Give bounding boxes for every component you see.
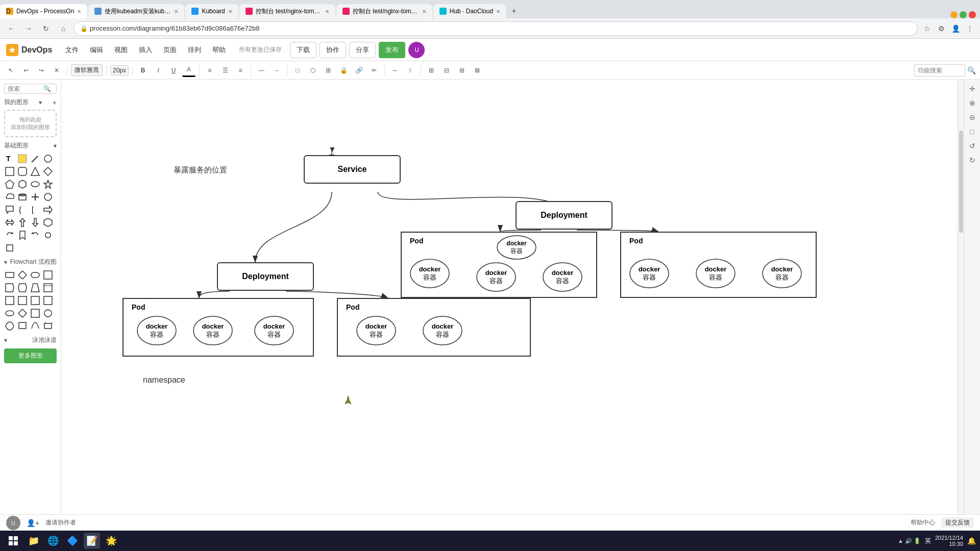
service-box[interactable]: Service (304, 155, 401, 184)
docker3[interactable]: docker容器 (251, 314, 297, 349)
url-bar[interactable]: 🔒 processon.com/diagraming/61b83eb67d9c0… (74, 21, 918, 36)
invite-label[interactable]: 邀请协作者 (45, 518, 76, 527)
pod2-container[interactable]: Pod docker容器 docker容器 (337, 298, 531, 357)
menu-page[interactable]: 页面 (158, 43, 182, 57)
drag-area[interactable]: 拖到此处 添加到我的图形 (4, 110, 57, 137)
reload-shape[interactable] (4, 230, 15, 241)
line-v-btn[interactable]: ─ (404, 64, 417, 77)
sidebar-search-icon[interactable]: 🔍 (43, 85, 51, 92)
lock-btn[interactable]: 🔒 (337, 64, 350, 77)
grid-btn[interactable]: ⊞ (425, 64, 438, 77)
scrollbar-thumb-v[interactable] (959, 131, 963, 233)
shape-search-input[interactable] (8, 85, 43, 92)
fc-misc15[interactable] (17, 320, 28, 332)
docker12[interactable]: docker容器 (759, 257, 805, 292)
italic-btn[interactable]: I (152, 64, 165, 77)
rect-shape[interactable] (4, 166, 15, 177)
bold-btn[interactable]: B (136, 64, 150, 77)
right-tool-2[interactable]: ⊕ (966, 97, 978, 109)
pod1-container[interactable]: Pod docker容器 docker容器 docker容器 (122, 298, 314, 357)
close-btn[interactable] (969, 11, 976, 18)
tab-close-ctrl1[interactable]: ✕ (325, 9, 329, 14)
start-button[interactable] (4, 532, 22, 550)
tab-kuboard[interactable]: Kuboard ✕ (185, 4, 238, 18)
right-tool-6[interactable]: ↻ (966, 154, 978, 166)
right-tool-4[interactable]: □ (966, 126, 978, 138)
underline-btn[interactable]: U (167, 64, 180, 77)
flow-btn[interactable]: ⊞ (455, 64, 469, 77)
menu-help[interactable]: 帮助 (207, 43, 231, 57)
fc-misc9[interactable] (42, 295, 54, 306)
docker4[interactable]: docker容器 (353, 314, 399, 349)
docker5[interactable]: docker容器 (420, 314, 465, 349)
fc-misc5[interactable] (42, 282, 54, 293)
notification-icon[interactable]: 🔔 (967, 537, 976, 545)
line-h-btn[interactable]: ─ (388, 64, 402, 77)
square-shape[interactable] (4, 242, 15, 254)
menu-insert[interactable]: 插入 (134, 43, 157, 57)
circle-shape[interactable] (42, 153, 54, 164)
pentagon-shape[interactable] (4, 179, 15, 190)
undo-shape[interactable] (30, 230, 41, 241)
fc-rounded[interactable] (30, 269, 41, 281)
taskbar-app1[interactable]: 🔷 (64, 533, 81, 549)
feedback-btn[interactable]: 提交反馈 (941, 517, 974, 528)
collab-btn[interactable]: 协作 (320, 42, 346, 58)
fc-misc14[interactable] (4, 320, 15, 332)
search-icon[interactable]: 🔍 (967, 66, 976, 74)
double-arrow-shape[interactable] (4, 217, 15, 228)
fc-misc8[interactable] (30, 295, 41, 306)
align-right-btn[interactable]: ≡ (234, 64, 247, 77)
menu-arrange[interactable]: 排列 (183, 43, 206, 57)
fc-misc2[interactable] (4, 282, 15, 293)
align-center-btn[interactable]: ☰ (218, 64, 232, 77)
maximize-btn[interactable] (960, 11, 967, 18)
font-color-btn[interactable]: A (182, 64, 195, 77)
align-left-btn[interactable]: ≡ (203, 64, 216, 77)
down-arrow-shape[interactable] (30, 217, 41, 228)
pencil-shape[interactable] (30, 153, 41, 164)
my-shapes-header[interactable]: 我的图形 ▾ + (4, 98, 57, 107)
download-btn[interactable]: 下载 (290, 42, 316, 58)
fc-misc[interactable] (42, 269, 54, 281)
cylinder-shape[interactable] (17, 191, 28, 203)
new-tab-button[interactable]: + (507, 4, 520, 18)
minimize-btn[interactable] (950, 11, 958, 18)
profile-icon[interactable]: 👤 (949, 22, 962, 35)
cloud-shape[interactable] (4, 191, 15, 203)
cursor-tool[interactable]: ↖ (4, 64, 17, 77)
star-shape[interactable] (42, 179, 54, 190)
docker2[interactable]: docker容器 (190, 314, 236, 349)
line-style-btn[interactable]: — (255, 64, 268, 77)
link-btn[interactable]: 🔗 (352, 64, 365, 77)
menu-file[interactable]: 文件 (60, 43, 84, 57)
right-tool-1[interactable]: ✛ (966, 83, 978, 95)
plus-shape[interactable] (30, 191, 41, 203)
user-avatar[interactable]: U (408, 42, 425, 58)
redo-btn[interactable]: ↪ (35, 64, 48, 77)
tab-close-kuboard[interactable]: ✕ (228, 9, 232, 14)
fc-rect[interactable] (4, 269, 15, 281)
shape-btn2[interactable]: ⬡ (306, 64, 320, 77)
connect-btn[interactable]: ⊞ (322, 64, 335, 77)
edit-btn[interactable]: ✏ (368, 64, 381, 77)
docker8[interactable]: docker容器 (473, 261, 519, 296)
flowchart-header[interactable]: ▾ Flowchart 流程图 (4, 258, 57, 266)
tab-daocloud[interactable]: Hub · DaoCloud ✕ (433, 4, 506, 18)
text-shape[interactable]: T (4, 153, 15, 164)
taskbar-app3[interactable]: 🌟 (103, 533, 119, 549)
fc-misc10[interactable] (4, 308, 15, 319)
extensions-icon[interactable]: ⚙ (935, 22, 947, 35)
deployment2-box[interactable]: Deployment (516, 201, 612, 230)
tab-processson[interactable]: D DevOps - ProcessOn ✕ (0, 4, 87, 18)
fc-misc4[interactable] (30, 282, 41, 293)
more-shapes-btn[interactable]: 更多图形 (4, 348, 57, 363)
canvas-container[interactable]: ▼ 暴露服务的位置 Service Deployment Deployment … (61, 80, 964, 531)
pod4-container[interactable]: Pod docker容器 docker容器 docker容器 (620, 232, 817, 298)
menu-edit[interactable]: 编辑 (85, 43, 108, 57)
right-arrow-shape[interactable] (42, 204, 54, 215)
tab-close-ctrl2[interactable]: ✕ (422, 9, 426, 14)
layout-btn[interactable]: ⊟ (440, 64, 453, 77)
curly-shape[interactable]: { (17, 204, 28, 215)
taskbar-browser[interactable]: 🌐 (45, 533, 61, 549)
